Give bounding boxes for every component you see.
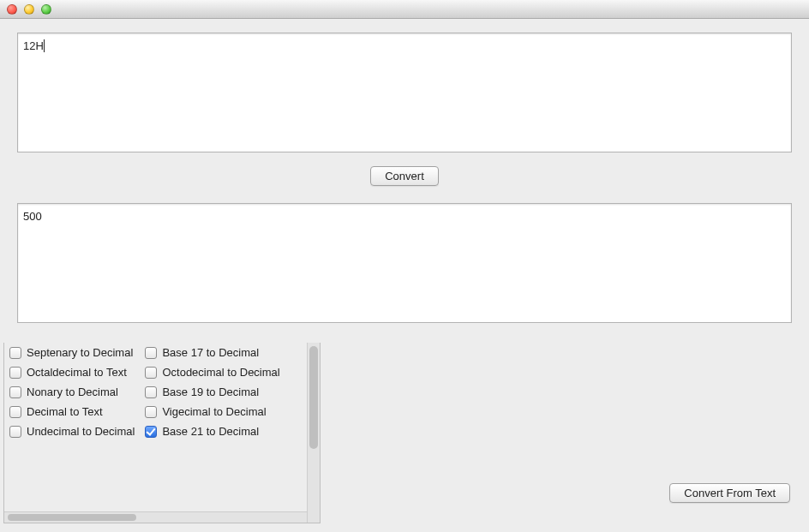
- option-row: Undecimal to Decimal: [9, 421, 135, 441]
- option-checkbox[interactable]: [9, 406, 21, 418]
- option-row: Nonary to Decimal: [9, 382, 135, 402]
- option-label: Decimal to Text: [27, 405, 103, 418]
- minimize-icon[interactable]: [24, 4, 34, 15]
- bottom-region: Senary to Decimal Septenary to Decimal O…: [0, 343, 809, 532]
- option-row: Base 17 to Decimal: [145, 343, 279, 362]
- option-checkbox[interactable]: [9, 367, 21, 379]
- option-row: Octaldecimal to Text: [9, 362, 135, 382]
- option-row: Base 19 to Decimal: [145, 382, 279, 402]
- option-label: Base 17 to Decimal: [162, 346, 259, 359]
- option-label: Base 21 to Decimal: [162, 425, 259, 438]
- options-column-1: Senary to Decimal Septenary to Decimal O…: [9, 343, 135, 441]
- option-label: Vigecimal to Decimal: [162, 405, 266, 418]
- options-panel[interactable]: Senary to Decimal Septenary to Decimal O…: [3, 343, 321, 523]
- input-value: 12H: [23, 39, 44, 54]
- option-label: Nonary to Decimal: [27, 386, 118, 398]
- input-textarea[interactable]: 12H: [17, 33, 792, 152]
- option-row: Vigecimal to Decimal: [145, 402, 279, 421]
- option-label: Octaldecimal to Text: [27, 366, 127, 379]
- option-checkbox-checked[interactable]: [145, 426, 157, 438]
- option-label: Base 19 to Decimal: [162, 386, 259, 398]
- main-content: 12H Convert 500: [0, 19, 809, 323]
- option-row: Septenary to Decimal: [9, 343, 135, 362]
- option-checkbox[interactable]: [9, 347, 21, 359]
- close-icon[interactable]: [7, 4, 17, 15]
- option-row: Decimal to Text: [9, 402, 135, 421]
- horizontal-scrollbar[interactable]: [4, 511, 307, 523]
- output-textarea[interactable]: 500: [17, 203, 792, 323]
- output-value: 500: [23, 210, 42, 223]
- option-row: Octodecimal to Decimal: [145, 362, 279, 382]
- convert-from-text-button[interactable]: Convert From Text: [669, 483, 790, 503]
- option-checkbox[interactable]: [145, 406, 157, 418]
- option-checkbox[interactable]: [9, 426, 21, 438]
- vertical-scroll-thumb[interactable]: [309, 346, 318, 449]
- option-checkbox[interactable]: [145, 347, 157, 359]
- option-checkbox[interactable]: [145, 386, 157, 398]
- zoom-icon[interactable]: [41, 4, 51, 15]
- option-checkbox[interactable]: [145, 367, 157, 379]
- window-titlebar: [0, 0, 809, 19]
- option-label: Septenary to Decimal: [27, 346, 133, 359]
- vertical-scrollbar[interactable]: [307, 343, 320, 523]
- convert-button[interactable]: Convert: [370, 166, 439, 186]
- option-row: Base 21 to Decimal: [145, 421, 279, 441]
- convert-row: Convert: [17, 152, 792, 203]
- option-label: Undecimal to Decimal: [27, 425, 135, 438]
- option-label: Octodecimal to Decimal: [162, 366, 279, 379]
- option-checkbox[interactable]: [9, 386, 21, 398]
- horizontal-scroll-thumb[interactable]: [8, 514, 136, 521]
- options-column-2: Hexadecimal to Text Base 17 to Decimal O…: [145, 343, 279, 441]
